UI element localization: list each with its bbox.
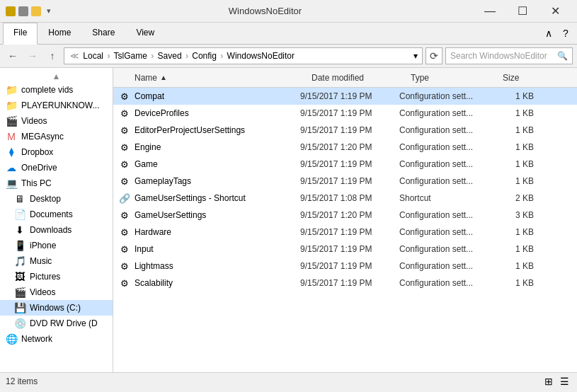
file-date: 9/15/2017 1:20 PM bbox=[300, 210, 399, 220]
table-row[interactable]: ⚙Game9/15/2017 1:19 PMConfiguration sett… bbox=[113, 156, 577, 173]
sidebar-item-dvd[interactable]: 💿 DVD RW Drive (D bbox=[0, 316, 113, 331]
file-type: Configuration sett... bbox=[399, 278, 491, 288]
file-size: 3 KB bbox=[491, 210, 534, 220]
file-name: Compat bbox=[135, 91, 300, 101]
sidebar-item-pictures[interactable]: 🖼 Pictures bbox=[0, 269, 113, 284]
address-input[interactable]: ≪ Local › TslGame › Saved › Config › Win… bbox=[64, 47, 423, 64]
file-name: GameplayTags bbox=[135, 176, 300, 186]
table-row[interactable]: ⚙Hardware9/15/2017 1:19 PMConfiguration … bbox=[113, 224, 577, 241]
search-box[interactable]: Search WindowsNoEditor 🔍 bbox=[445, 47, 573, 64]
file-type: Configuration sett... bbox=[399, 108, 491, 118]
quick-access-icon bbox=[18, 6, 28, 16]
videos-icon: 🎬 bbox=[6, 115, 17, 127]
tab-share[interactable]: Share bbox=[81, 23, 125, 45]
table-row[interactable]: ⚙EditorPerProjectUserSettings9/15/2017 1… bbox=[113, 122, 577, 139]
header-type[interactable]: Type bbox=[411, 73, 503, 83]
path-config: Config bbox=[192, 51, 219, 61]
back-button[interactable]: ← bbox=[4, 47, 21, 64]
sidebar-item-dropbox[interactable]: ⧫ Dropbox bbox=[0, 144, 113, 160]
file-size: 1 KB bbox=[491, 91, 534, 101]
file-name: DeviceProfiles bbox=[135, 108, 300, 118]
header-name[interactable]: Name ▲ bbox=[135, 73, 312, 83]
sort-arrow: ▲ bbox=[160, 74, 167, 81]
file-size: 1 KB bbox=[491, 142, 534, 152]
file-rows: ⚙Compat9/15/2017 1:19 PMConfiguration se… bbox=[113, 88, 577, 372]
sidebar-item-documents[interactable]: 📄 Documents bbox=[0, 207, 113, 222]
file-size: 1 KB bbox=[491, 159, 534, 169]
file-date: 9/15/2017 1:19 PM bbox=[300, 244, 399, 254]
this-pc-icon: 💻 bbox=[6, 178, 17, 189]
sidebar-item-windows-c[interactable]: 💾 Windows (C:) bbox=[0, 300, 113, 316]
refresh-button[interactable]: ⟳ bbox=[425, 47, 442, 64]
sidebar-item-this-pc[interactable]: 💻 This PC bbox=[0, 175, 113, 191]
file-date: 9/15/2017 1:19 PM bbox=[300, 125, 399, 135]
sidebar-item-playerunknown[interactable]: 📁 PLAYERUNKNOW... bbox=[0, 98, 113, 113]
table-row[interactable]: ⚙Input9/15/2017 1:19 PMConfiguration set… bbox=[113, 241, 577, 258]
search-icon: 🔍 bbox=[557, 51, 568, 61]
sidebar-item-desktop[interactable]: 🖥 Desktop bbox=[0, 191, 113, 207]
title-bar: ▾ WindowsNoEditor — ☐ ✕ bbox=[0, 0, 577, 23]
tab-view[interactable]: View bbox=[125, 23, 165, 45]
sidebar-item-network[interactable]: 🌐 Network bbox=[0, 331, 113, 347]
file-date: 9/15/2017 1:19 PM bbox=[300, 176, 399, 186]
file-icon: ⚙ bbox=[119, 158, 130, 170]
sidebar-item-videos2[interactable]: 🎬 Videos bbox=[0, 284, 113, 300]
title-controls: — ☐ ✕ bbox=[474, 0, 571, 23]
table-row[interactable]: ⚙GameUserSettings9/15/2017 1:20 PMConfig… bbox=[113, 207, 577, 224]
table-row[interactable]: ⚙Scalability9/15/2017 1:19 PMConfigurati… bbox=[113, 275, 577, 292]
documents-icon: 📄 bbox=[14, 209, 25, 220]
file-size: 1 KB bbox=[491, 261, 534, 271]
ribbon: File Home Share View ∧ ? bbox=[0, 23, 577, 45]
table-row[interactable]: ⚙DeviceProfiles9/15/2017 1:19 PMConfigur… bbox=[113, 105, 577, 122]
close-button[interactable]: ✕ bbox=[539, 0, 571, 23]
minimize-button[interactable]: — bbox=[474, 0, 506, 23]
file-name: Lightmass bbox=[135, 261, 300, 271]
sidebar: ▲ 📁 complete vids 📁 PLAYERUNKNOW... 🎬 Vi… bbox=[0, 68, 113, 372]
header-date[interactable]: Date modified bbox=[312, 73, 411, 83]
file-type: Configuration sett... bbox=[399, 91, 491, 101]
drive-icon: 💾 bbox=[14, 302, 25, 313]
grid-view-button[interactable]: ⊞ bbox=[542, 374, 556, 388]
tab-home[interactable]: Home bbox=[38, 23, 81, 45]
file-icon: ⚙ bbox=[119, 142, 130, 153]
table-row[interactable]: ⚙Engine9/15/2017 1:20 PMConfiguration se… bbox=[113, 139, 577, 156]
search-placeholder: Search WindowsNoEditor bbox=[450, 51, 547, 61]
file-date: 9/15/2017 1:19 PM bbox=[300, 278, 399, 288]
sidebar-item-complete-vids[interactable]: 📁 complete vids bbox=[0, 82, 113, 98]
desktop-icon: 🖥 bbox=[14, 193, 25, 204]
folder-icon: 📁 bbox=[6, 84, 17, 96]
list-view-button[interactable]: ☰ bbox=[557, 374, 571, 388]
sidebar-item-iphone[interactable]: 📱 iPhone bbox=[0, 238, 113, 253]
table-row[interactable]: ⚙Compat9/15/2017 1:19 PMConfiguration se… bbox=[113, 88, 577, 105]
file-size: 1 KB bbox=[491, 176, 534, 186]
main-layout: ▲ 📁 complete vids 📁 PLAYERUNKNOW... 🎬 Vi… bbox=[0, 68, 577, 372]
file-icon: ⚙ bbox=[119, 226, 130, 238]
ribbon-collapse[interactable]: ∧ bbox=[540, 23, 557, 44]
address-dropdown[interactable]: ▾ bbox=[413, 51, 418, 61]
sidebar-item-megasync[interactable]: M MEGAsync bbox=[0, 129, 113, 144]
up-button[interactable]: ↑ bbox=[44, 47, 61, 64]
file-size: 1 KB bbox=[491, 278, 534, 288]
sidebar-item-onedrive[interactable]: ☁ OneDrive bbox=[0, 160, 113, 175]
maximize-button[interactable]: ☐ bbox=[506, 0, 539, 23]
pictures-icon: 🖼 bbox=[14, 271, 25, 282]
sidebar-item-videos[interactable]: 🎬 Videos bbox=[0, 113, 113, 129]
sidebar-item-downloads[interactable]: ⬇ Downloads bbox=[0, 222, 113, 238]
help-button[interactable]: ? bbox=[557, 23, 574, 44]
address-bar: ← → ↑ ≪ Local › TslGame › Saved › Config… bbox=[0, 45, 577, 68]
file-name: EditorPerProjectUserSettings bbox=[135, 125, 300, 135]
sidebar-scroll-up[interactable]: ▲ bbox=[0, 71, 113, 82]
table-row[interactable]: ⚙Lightmass9/15/2017 1:19 PMConfiguration… bbox=[113, 258, 577, 275]
table-row[interactable]: ⚙GameplayTags9/15/2017 1:19 PMConfigurat… bbox=[113, 173, 577, 190]
file-type: Configuration sett... bbox=[399, 227, 491, 237]
videos2-icon: 🎬 bbox=[14, 287, 25, 298]
table-row[interactable]: 🔗GameUserSettings - Shortcut9/15/2017 1:… bbox=[113, 190, 577, 207]
sidebar-item-music[interactable]: 🎵 Music bbox=[0, 253, 113, 269]
app-icon bbox=[6, 6, 16, 16]
file-type: Configuration sett... bbox=[399, 244, 491, 254]
title-bar-icons: ▾ bbox=[6, 6, 51, 16]
forward-button[interactable]: → bbox=[24, 47, 41, 64]
tab-file[interactable]: File bbox=[3, 23, 38, 45]
header-size[interactable]: Size bbox=[503, 73, 545, 83]
file-size: 2 KB bbox=[491, 193, 534, 203]
